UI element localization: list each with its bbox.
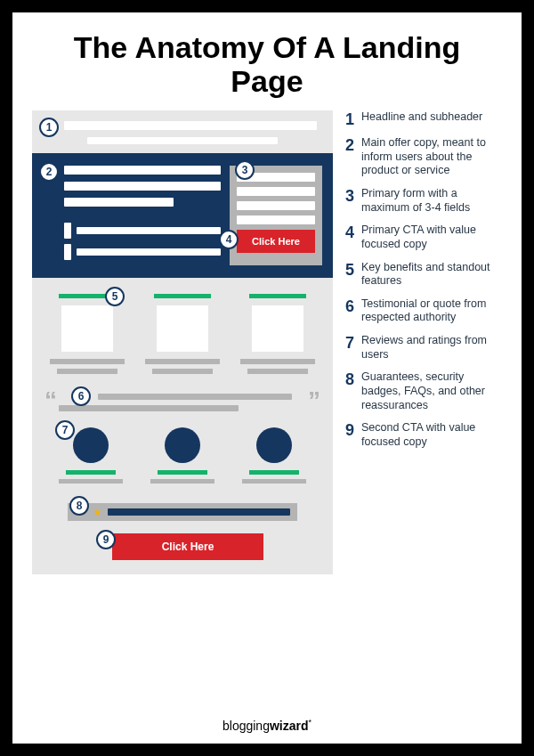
lp-hero-section: 2 3 4 [32,153,333,278]
close-quote-icon: ” [308,386,320,415]
marker-1: 1 [39,118,59,137]
legend-item: 7 Reviews and ratings from users [345,334,506,362]
legend-number: 6 [345,298,361,314]
legend: 1 Headline and subheader 2 Main offer co… [345,110,506,574]
legend-text: Second CTA with value focused copy [361,421,506,449]
marker-2: 2 [39,162,59,182]
secondary-cta-button: Click Here [112,533,263,560]
legend-number: 7 [345,335,361,351]
hero-copy [43,166,221,265]
review-column [234,427,314,484]
brand-part-a: blogging [222,719,270,733]
lp-container: 1 2 3 [32,110,333,574]
legend-item: 6 Testimonial or quote from respected au… [345,297,506,325]
legend-number: 2 [345,137,361,153]
brand-mark: * [309,718,312,727]
form-field [237,201,315,210]
form-field [237,187,315,196]
legend-text: Key benefits and standout features [361,261,506,289]
marker-9: 9 [96,530,116,549]
avatar-icon [165,427,200,463]
lp-benefits-section: 5 [32,278,333,379]
footer-brand: bloggingwizard* [12,718,522,733]
mock-landing-page: 1 2 3 [32,110,333,574]
legend-item: 5 Key benefits and standout features [345,261,506,289]
review-column [142,427,222,484]
marker-6: 6 [71,386,91,406]
legend-number: 5 [345,262,361,278]
legend-text: Testimonial or quote from respected auth… [361,297,506,325]
lp-header-section: 1 [32,110,333,153]
legend-text: Main offer copy, meant to inform users a… [361,136,506,178]
legend-text: Primary CTA with value focused copy [361,224,506,251]
legend-item: 3 Primary form with a maximum of 3-4 fie… [345,187,506,215]
marker-3: 3 [235,160,255,180]
star-icon: ★ [93,507,102,517]
form-field [237,215,315,224]
marker-5: 5 [105,287,125,306]
lp-reviews-section: 7 [32,415,333,491]
legend-number: 1 [345,111,361,127]
marker-8: 8 [69,496,89,516]
legend-number: 9 [345,422,361,438]
legend-text: Primary form with a maximum of 3-4 field… [361,187,506,215]
brand-part-b: wizard [270,719,309,733]
legend-item: 9 Second CTA with value focused copy [345,421,506,449]
legend-item: 1 Headline and subheader [345,110,506,127]
lp-secondary-cta-section: 9 Click Here [32,526,333,574]
page-title: The Anatomy Of A Landing Page [39,30,495,98]
subheader-bar [87,137,278,144]
infographic-frame: The Anatomy Of A Landing Page 1 2 [0,0,534,756]
legend-text: Guarantees, security badges, FAQs, and o… [361,370,506,412]
content-row: 1 2 3 [12,110,522,574]
legend-number: 3 [345,188,361,204]
form-box: 3 4 Click Here [230,166,322,265]
legend-number: 8 [345,371,361,387]
primary-cta-button: Click Here [237,230,315,253]
legend-text: Headline and subheader [361,110,482,125]
lp-trust-section: 8 ★ [32,491,333,526]
lp-quote-section: “ 6 ” [32,379,333,415]
benefit-column [140,294,225,374]
trust-bar: ★ [68,503,297,521]
marker-4: 4 [219,230,239,249]
open-quote-icon: “ [44,386,57,415]
avatar-icon [256,427,292,463]
legend-number: 4 [345,224,361,240]
marker-7: 7 [55,420,75,440]
headline-bar [64,121,317,130]
legend-text: Reviews and ratings from users [361,334,506,362]
legend-item: 2 Main offer copy, meant to inform users… [345,136,506,178]
benefit-column [235,294,320,374]
avatar-icon [73,427,109,463]
legend-item: 8 Guarantees, security badges, FAQs, and… [345,370,506,412]
legend-item: 4 Primary CTA with value focused copy [345,224,506,251]
